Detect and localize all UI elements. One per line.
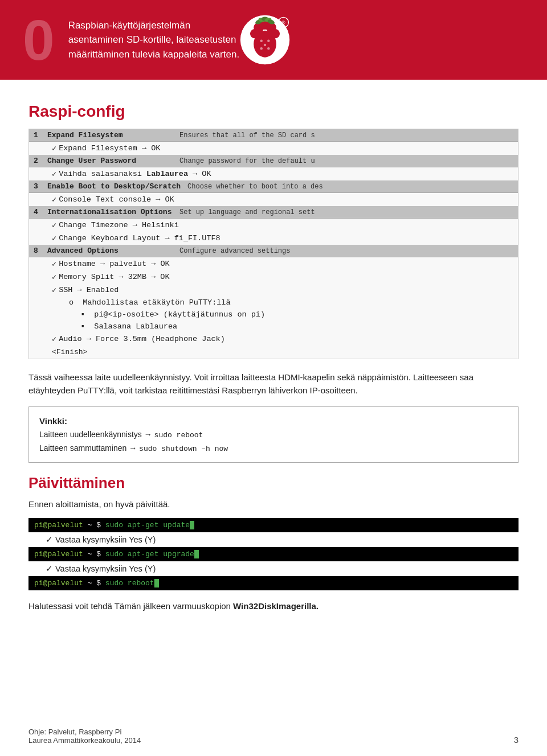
row-title-1: Expand Filesystem xyxy=(47,131,173,139)
subitem-text-2-1: Vaihda salasanaksi Lablaurea → OK xyxy=(59,170,211,178)
row-num-8: 8 xyxy=(34,246,44,255)
terminal-line-2: pi@palvelut ~ $ sudo apt-get upgrade█ xyxy=(28,547,519,561)
dollar-1: $ xyxy=(96,521,105,529)
row-desc-4: Set up language and regional sett xyxy=(179,208,315,216)
subitem-text-8-2: Memory Split → 32MB → OK xyxy=(59,273,169,281)
subitem-text-4-2: Change Keyboard Layout → fi_FI.UTF8 xyxy=(59,234,221,243)
check-icon-update: ✓ xyxy=(46,535,53,544)
vinkki-line1-text: Laitteen uudelleenkäynnistys → xyxy=(39,430,154,439)
tilde-2: ~ xyxy=(88,550,97,558)
check-icon-4b: ✓ xyxy=(52,233,56,243)
cursor-2: █ xyxy=(194,550,199,558)
config-row-3: 3 Enable Boot to Desktop/Scratch Choose … xyxy=(29,180,518,193)
cursor-3: █ xyxy=(154,579,159,587)
config-subitem-8-5: ▪ pi@<ip-osoite> (käyttäjätunnus on pi) xyxy=(29,309,518,321)
config-subitem-2-1: ✓ Vaihda salasanaksi Lablaurea → OK xyxy=(29,167,518,180)
section2-outro: Halutessasi voit tehdä Tämän jälkeen var… xyxy=(28,599,519,613)
config-subitem-1-1: ✓ Expand Filesystem → OK xyxy=(29,142,518,155)
chapter-number: 0 xyxy=(23,11,55,68)
subitem-text-3-1: Console Text console → OK xyxy=(59,195,174,204)
config-row-2: 2 Change User Password Change password f… xyxy=(29,155,518,167)
raspi-config-title: Raspi-config xyxy=(28,102,519,121)
prompt-2: pi@palvelut xyxy=(34,550,83,558)
row-desc-3: Choose whether to boot into a des xyxy=(187,183,323,191)
check-icon-upgrade: ✓ xyxy=(46,564,53,573)
config-row-8: 8 Advanced Options Configure advanced se… xyxy=(29,245,518,257)
footer-left: Ohje: Palvelut, Raspberry Pi Laurea Amma… xyxy=(28,728,141,745)
svg-point-18 xyxy=(267,47,270,50)
config-row-1: 1 Expand Filesystem Ensures that all of … xyxy=(29,129,518,142)
vinkki-box: Vinkki: Laitteen uudelleenkäynnistys → s… xyxy=(28,406,519,463)
svg-point-7 xyxy=(250,29,259,38)
check-item-apt-upgrade: ✓ Vastaa kysymyksiin Yes (Y) xyxy=(28,561,519,576)
dollar-3: $ xyxy=(96,579,105,587)
svg-point-15 xyxy=(267,40,270,43)
check-item-apt-update: ✓ Vastaa kysymyksiin Yes (Y) xyxy=(28,532,519,547)
outro-pre-text: Halutessasi voit tehdä Tämän jälkeen var… xyxy=(28,601,233,611)
cmd-2: sudo apt-get upgrade xyxy=(105,550,194,558)
footer-line1: Ohje: Palvelut, Raspberry Pi xyxy=(28,728,141,736)
footer-page-number: 3 xyxy=(514,735,519,745)
check-icon-1: ✓ xyxy=(52,143,56,153)
check-text-update: Vastaa kysymyksiin Yes (Y) xyxy=(55,535,156,544)
svg-rect-19 xyxy=(263,54,267,57)
config-subitem-8-6: ▪ Salasana Lablaurea xyxy=(29,321,518,332)
config-row-4: 4 Internationalisation Options Set up la… xyxy=(29,206,518,219)
row-desc-8: Configure advanced settings xyxy=(179,247,290,255)
subitem-text-1-1: Expand Filesystem → OK xyxy=(59,144,160,153)
svg-point-16 xyxy=(264,44,267,47)
row-desc-1: Ensures that all of the SD card s xyxy=(179,132,315,139)
raspberry-pi-logo: ® xyxy=(239,14,291,65)
vinkki-title: Vinkki: xyxy=(39,416,67,426)
paivittaminen-title: Päivittäminen xyxy=(28,474,519,492)
row-num-4: 4 xyxy=(34,208,44,216)
header-line1: Raspbian-käyttöjärjestelmän xyxy=(68,20,191,31)
check-icon-8d: ✓ xyxy=(52,334,56,344)
check-icon-8b: ✓ xyxy=(52,272,56,282)
cursor-1: █ xyxy=(190,521,194,529)
row-title-2: Change User Password xyxy=(47,157,173,165)
header-line3: määrittäminen tulevia kappaleita varten. xyxy=(68,49,240,60)
check-icon-8a: ✓ xyxy=(52,259,56,269)
row-num-2: 2 xyxy=(34,157,44,165)
config-subitem-8-7: ✓ Audio → Force 3.5mm (Headphone Jack) xyxy=(29,332,518,346)
check-icon-3: ✓ xyxy=(52,195,56,204)
footer: Ohje: Palvelut, Raspberry Pi Laurea Amma… xyxy=(0,728,547,745)
check-icon-4a: ✓ xyxy=(52,220,56,230)
row-desc-2: Change password for the default u xyxy=(179,157,315,165)
subitem-text-8-3: SSH → Enabled xyxy=(59,286,119,294)
config-subitem-4-2: ✓ Change Keyboard Layout → fi_FI.UTF8 xyxy=(29,232,518,245)
config-block: 1 Expand Filesystem Ensures that all of … xyxy=(28,129,519,359)
body-para1: Tässä vaiheessa laite uudelleenkäynnisty… xyxy=(28,371,519,397)
svg-point-8 xyxy=(271,29,280,38)
config-subitem-4-1: ✓ Change Timezone → Helsinki xyxy=(29,219,518,232)
row-title-8: Advanced Options xyxy=(47,246,173,255)
footer-line2: Laurea Ammattikorkeakoulu, 2014 xyxy=(28,736,141,745)
header-text: Raspbian-käyttöjärjestelmän asentaminen … xyxy=(68,18,240,62)
svg-point-17 xyxy=(260,47,263,50)
subitem-text-8-1: Hostname → palvelut → OK xyxy=(59,260,169,268)
terminal-line-1: pi@palvelut ~ $ sudo apt-get update█ xyxy=(28,518,519,532)
config-subitem-8-2: ✓ Memory Split → 32MB → OK xyxy=(29,270,518,284)
svg-point-14 xyxy=(260,40,263,43)
subitem-text-8-7: Audio → Force 3.5mm (Headphone Jack) xyxy=(59,335,225,343)
main-content: Raspi-config 1 Expand Filesystem Ensures… xyxy=(0,80,547,654)
svg-text:®: ® xyxy=(281,20,285,26)
check-icon-8c: ✓ xyxy=(52,285,56,295)
row-num-1: 1 xyxy=(34,131,44,139)
check-icon-2: ✓ xyxy=(52,169,56,179)
finish-row: <Finish> xyxy=(29,346,518,359)
check-text-upgrade: Vastaa kysymyksiin Yes (Y) xyxy=(55,564,156,573)
subitem-text-4-1: Change Timezone → Helsinki xyxy=(59,221,179,229)
config-subitem-8-3: ✓ SSH → Enabled xyxy=(29,284,518,297)
vinkki-line2-text: Laitteen sammuttaminen → xyxy=(39,443,139,453)
tilde-1: ~ xyxy=(88,521,97,529)
row-title-4: Internationalisation Options xyxy=(47,208,173,216)
section2-intro: Ennen aloittamista, on hyvä päivittää. xyxy=(28,498,519,511)
config-subitem-3-1: ✓ Console Text console → OK xyxy=(29,193,518,206)
header-line2: asentaminen SD-kortille, laiteasetusten xyxy=(68,34,236,45)
tilde-3: ~ xyxy=(88,579,97,587)
outro-bold-text: Win32DiskImagerilla. xyxy=(233,601,319,611)
prompt-3: pi@palvelut xyxy=(34,579,83,587)
body-para1-text: Tässä vaiheessa laite uudelleenkäynnisty… xyxy=(28,372,473,395)
